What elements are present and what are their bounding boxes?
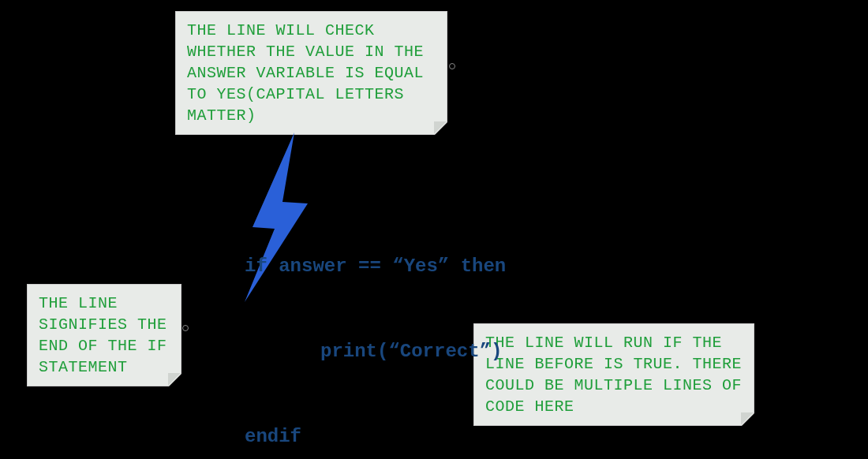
annotation-right: THE LINE WILL RUN IF THE LINE BEFORE IS … [473,323,754,426]
annotation-left-text: THE LINE SIGNIFIES THE END OF THE IF STA… [39,294,167,376]
connector-dot-top [449,63,455,69]
code-line-2: print(“Correct”) [245,338,506,366]
code-line-1: if answer == “Yes” then [245,252,506,281]
annotation-top: THE LINE WILL CHECK WHETHER THE VALUE IN… [175,11,447,135]
code-line-3: endif [245,423,506,451]
code-block: if answer == “Yes” then print(“Correct”)… [245,196,506,459]
annotation-right-text: THE LINE WILL RUN IF THE LINE BEFORE IS … [485,334,742,416]
connector-dot-left [182,325,189,331]
annotation-top-text: THE LINE WILL CHECK WHETHER THE VALUE IN… [187,21,424,125]
annotation-left: THE LINE SIGNIFIES THE END OF THE IF STA… [27,284,181,386]
